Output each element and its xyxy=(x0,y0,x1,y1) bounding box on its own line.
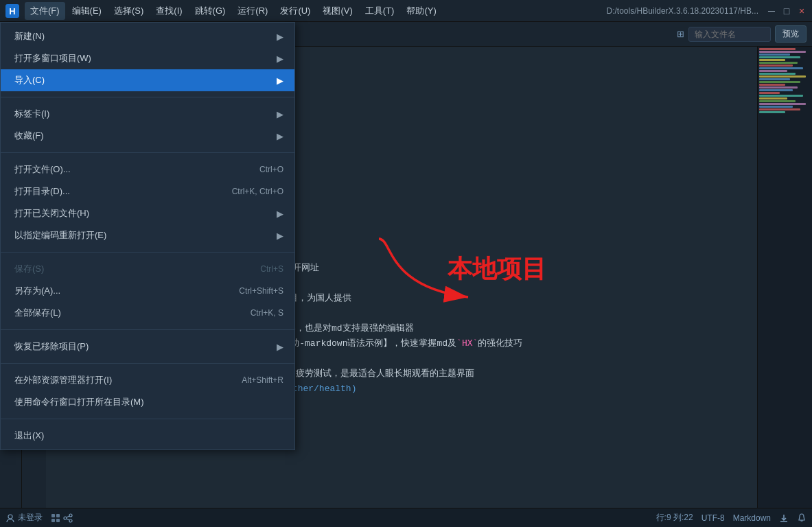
menu-item-open-explorer-shortcut: Alt+Shift+R xyxy=(242,375,283,385)
menu-item-tabs-label: 标签卡(I) xyxy=(14,108,49,120)
menu-item-open-dir[interactable]: 打开目录(D)... Ctrl+K, Ctrl+O xyxy=(1,180,294,202)
menu-item-open-closed-arrow: ▶ xyxy=(277,209,283,219)
title-bar: H 文件(F) 编辑(E) 选择(S) 查找(I) 跳转(G) 运行(R) 发行… xyxy=(0,0,812,22)
menu-sep-1 xyxy=(1,97,294,97)
close-button[interactable]: × xyxy=(797,6,807,16)
minimize-button[interactable]: ─ xyxy=(767,6,776,16)
app-logo: H xyxy=(5,4,19,18)
menu-edit[interactable]: 编辑(E) xyxy=(67,2,107,20)
menu-item-restore-removed[interactable]: 恢复已移除项目(P) ▶ xyxy=(1,336,294,358)
menu-tools[interactable]: 工具(T) xyxy=(360,2,400,20)
title-path: D:/tools/HBuilderX.3.6.18.20230117/HB... xyxy=(607,6,758,16)
menu-item-new-label: 新建(N) xyxy=(14,30,45,43)
menu-item-open-closed-label: 打开已关闭文件(H) xyxy=(14,207,89,220)
menu-item-restore-removed-arrow: ▶ xyxy=(277,342,283,352)
menu-item-tabs[interactable]: 标签卡(I) ▶ xyxy=(1,103,294,125)
window-controls: ─ □ × xyxy=(767,6,807,16)
menu-item-favorites[interactable]: 收藏(F) ▶ xyxy=(1,125,294,147)
menu-sep-3 xyxy=(1,252,294,253)
menu-item-exit[interactable]: 退出(X) xyxy=(1,425,294,447)
menu-item-open-dir-shortcut: Ctrl+K, Ctrl+O xyxy=(232,187,283,196)
menu-item-save: 保存(S) Ctrl+S xyxy=(1,258,294,280)
menu-find[interactable]: 查找(I) xyxy=(150,2,187,20)
menu-sep-6 xyxy=(1,419,294,419)
svg-text:H: H xyxy=(9,6,15,16)
menu-item-tabs-arrow: ▶ xyxy=(277,109,283,119)
menu-item-save-all[interactable]: 全部保存(L) Ctrl+K, S xyxy=(1,302,294,324)
menu-item-save-as-shortcut: Ctrl+Shift+S xyxy=(239,286,283,296)
menu-item-open-file-shortcut: Ctrl+O xyxy=(259,165,283,174)
menu-bar: 文件(F) 编辑(E) 选择(S) 查找(I) 跳转(G) 运行(R) 发行(U… xyxy=(25,2,442,20)
menu-item-save-all-shortcut: Ctrl+K, S xyxy=(251,308,283,318)
menu-item-reopen-encoding-label: 以指定编码重新打开(E) xyxy=(14,229,106,242)
menu-publish[interactable]: 发行(U) xyxy=(275,2,316,20)
menu-item-open-terminal[interactable]: 使用命令行窗口打开所在目录(M) xyxy=(1,391,294,413)
menu-item-import-label: 导入(C) xyxy=(14,74,45,86)
menu-item-open-multi-arrow: ▶ xyxy=(277,54,283,64)
menu-item-save-as-label: 另存为(A)... xyxy=(14,285,60,297)
menu-overlay: 新建(N) ▶ 打开多窗口项目(W) ▶ 导入(C) ▶ 标签卡(I) ▶ 收藏… xyxy=(0,22,812,527)
menu-item-open-closed[interactable]: 打开已关闭文件(H) ▶ xyxy=(1,202,294,224)
menu-item-exit-label: 退出(X) xyxy=(14,430,44,442)
menu-item-import[interactable]: 导入(C) ▶ xyxy=(1,69,294,91)
menu-sep-5 xyxy=(1,363,294,364)
menu-item-new-arrow: ▶ xyxy=(277,32,283,42)
menu-item-favorites-arrow: ▶ xyxy=(277,131,283,141)
menu-item-save-shortcut: Ctrl+S xyxy=(260,264,283,274)
menu-item-import-arrow: ▶ xyxy=(277,75,283,86)
menu-item-save-all-label: 全部保存(L) xyxy=(14,307,61,319)
menu-item-restore-removed-label: 恢复已移除项目(P) xyxy=(14,340,89,353)
menu-item-open-multi-label: 打开多窗口项目(W) xyxy=(14,52,91,65)
maximize-button[interactable]: □ xyxy=(782,6,791,16)
menu-run[interactable]: 运行(R) xyxy=(232,2,273,20)
menu-sep-2 xyxy=(1,152,294,153)
menu-item-open-explorer-label: 在外部资源管理器打开(I) xyxy=(14,374,112,386)
menu-item-open-dir-label: 打开目录(D)... xyxy=(14,185,70,198)
menu-select[interactable]: 选择(S) xyxy=(108,2,149,20)
menu-item-open-terminal-label: 使用命令行窗口打开所在目录(M) xyxy=(14,396,144,408)
menu-help[interactable]: 帮助(Y) xyxy=(401,2,441,20)
menu-item-favorites-label: 收藏(F) xyxy=(14,130,44,142)
menu-jump[interactable]: 跳转(G) xyxy=(189,2,231,20)
menu-item-reopen-encoding-arrow: ▶ xyxy=(277,231,283,241)
menu-item-reopen-encoding[interactable]: 以指定编码重新打开(E) ▶ xyxy=(1,224,294,246)
menu-item-new[interactable]: 新建(N) ▶ xyxy=(1,25,294,47)
menu-item-save-label: 保存(S) xyxy=(14,263,44,275)
menu-view[interactable]: 视图(V) xyxy=(317,2,358,20)
menu-file[interactable]: 文件(F) xyxy=(25,2,65,20)
menu-item-open-file-label: 打开文件(O)... xyxy=(14,163,71,176)
menu-item-open-file[interactable]: 打开文件(O)... Ctrl+O xyxy=(1,159,294,180)
menu-item-open-multi[interactable]: 打开多窗口项目(W) ▶ xyxy=(1,47,294,69)
menu-sep-4 xyxy=(1,329,294,330)
menu-item-save-as[interactable]: 另存为(A)... Ctrl+Shift+S xyxy=(1,280,294,302)
file-menu-dropdown: 新建(N) ▶ 打开多窗口项目(W) ▶ 导入(C) ▶ 标签卡(I) ▶ 收藏… xyxy=(0,22,295,450)
menu-item-open-explorer[interactable]: 在外部资源管理器打开(I) Alt+Shift+R xyxy=(1,369,294,391)
